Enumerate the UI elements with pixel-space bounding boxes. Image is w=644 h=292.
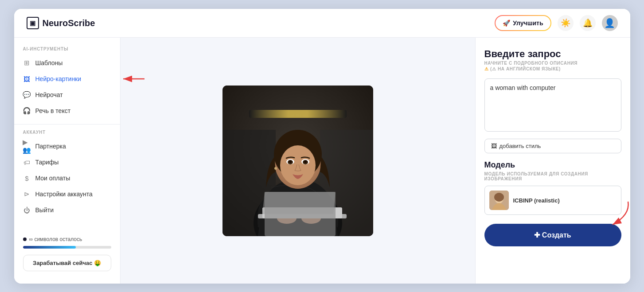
progress-bar-fill (23, 246, 76, 249)
theme-button[interactable]: ☀️ (558, 15, 574, 31)
model-section: Модель МОДЕЛЬ ИСПОЛЬЗУЕМАЯ ДЛЯ СОЗДАНИЯ … (484, 160, 621, 215)
sidebar-item-payments[interactable]: $ Мои оплаты (14, 170, 120, 186)
symbols-text: ∞ символов осталось (29, 236, 82, 242)
warning-icon: ⚠ (484, 66, 489, 71)
progress-bar (23, 246, 111, 249)
sidebar-item-neuro-chat[interactable]: 💬 Нейрочат (14, 87, 120, 103)
create-section: ✚ Создать (484, 224, 621, 246)
svg-point-25 (494, 193, 504, 202)
svg-point-17 (274, 167, 277, 170)
sidebar-item-label: Мои оплаты (35, 175, 70, 182)
sidebar-item-speech[interactable]: 🎧 Речь в текст (14, 103, 120, 119)
sidebar-item-partner[interactable]: ▶ 👥 Партнерка (14, 138, 120, 154)
sidebar-item-label: Речь в текст (35, 107, 71, 114)
sidebar-item-logout[interactable]: ⏻ Выйти (14, 202, 120, 218)
subtitle-text: НАЧНИТЕ С ПОДРОБНОГО ОПИСАНИЯ (484, 61, 578, 66)
tag-icon: 🏷 (23, 158, 31, 166)
upgrade-label: Улучшить (513, 19, 543, 27)
sidebar-item-label: Выйти (35, 206, 54, 214)
chat-icon: 💬 (23, 91, 31, 99)
sidebar-item-neuro-images[interactable]: 🖼 Нейро-картинки (14, 71, 120, 87)
arrow-annotation-1 (121, 72, 146, 86)
add-style-button[interactable]: 🖼 добавить стиль (484, 139, 621, 153)
subtitle2-text: (⚠ НА АНГЛИЙСКОМ ЯЗЫКЕ) (490, 66, 561, 71)
model-thumbnail (489, 191, 509, 210)
bell-icon: 🔔 (583, 18, 593, 28)
create-label: ✚ Создать (534, 231, 571, 239)
upgrade-button[interactable]: 🚀 Улучшить (495, 15, 551, 31)
headphones-icon: 🎧 (23, 107, 31, 115)
sidebar-item-label: Партнерка (35, 143, 66, 150)
earn-button[interactable]: Зарабатывай сейчас 🤑 (23, 255, 111, 271)
prompt-section: Введите запрос НАЧНИТЕ С ПОДРОБНОГО ОПИС… (484, 48, 621, 71)
sidebar-divider (14, 124, 120, 125)
model-title: Модель (484, 160, 621, 170)
earn-label: Зарабатывай сейчас 🤑 (33, 260, 101, 266)
panel-title: Введите запрос (484, 48, 621, 60)
sidebar-bottom: ∞ символов осталось Зарабатывай сейчас 🤑 (14, 229, 120, 275)
right-panel: Введите запрос НАЧНИТЕ С ПОДРОБНОГО ОПИС… (475, 38, 630, 284)
svg-point-13 (289, 160, 292, 163)
sidebar-item-label: Нейро-картинки (35, 75, 82, 82)
sun-icon: ☀️ (561, 18, 570, 28)
sidebar-item-label: Настройки аккаунта (35, 191, 93, 198)
main-layout: AI-ИНСТРУМЕНТЫ ⊞ Шаблоны 🖼 Нейро-картинк… (14, 38, 630, 284)
sidebar: AI-ИНСТРУМЕНТЫ ⊞ Шаблоны 🖼 Нейро-картинк… (14, 38, 121, 284)
logo-text: NeuroScribe (43, 18, 95, 28)
avatar[interactable]: 👤 (602, 15, 618, 31)
image-icon: 🖼 (23, 75, 31, 83)
svg-point-10 (280, 145, 316, 185)
rocket-icon: 🚀 (503, 19, 510, 27)
account-section-label: АККАУНТ (14, 130, 120, 138)
model-card[interactable]: ICBINP (realistic) (484, 186, 621, 215)
prompt-textarea[interactable]: a woman with computer (484, 78, 621, 132)
content-area (121, 38, 475, 284)
layers-icon: ⊞ (23, 59, 31, 67)
partner-icon: ▶ 👥 (23, 142, 31, 150)
model-subtitle: МОДЕЛЬ ИСПОЛЬЗУЕМАЯ ДЛЯ СОЗДАНИЯ ИЗОБРАЖ… (484, 171, 621, 181)
style-icon: 🖼 (491, 143, 497, 149)
dollar-icon: $ (23, 174, 31, 182)
svg-point-16 (304, 160, 307, 163)
panel-subtitle: НАЧНИТЕ С ПОДРОБНОГО ОПИСАНИЯ (484, 61, 621, 66)
logo: ▣ NeuroScribe (27, 17, 95, 29)
model-thumb-svg (489, 191, 509, 210)
ai-image-svg (222, 86, 373, 236)
svg-rect-3 (249, 110, 347, 118)
logo-icon: ▣ (27, 17, 39, 29)
model-name: ICBINP (realistic) (513, 197, 560, 204)
sidebar-item-label: Тарифы (35, 159, 59, 166)
sidebar-item-label: Шаблоны (35, 59, 63, 66)
dot-icon (23, 237, 27, 241)
ai-tools-section-label: AI-ИНСТРУМЕНТЫ (14, 47, 120, 55)
notification-button[interactable]: 🔔 (580, 15, 596, 31)
avatar-icon: 👤 (604, 18, 615, 28)
header-right: 🚀 Улучшить ☀️ 🔔 👤 (495, 15, 617, 31)
logout-icon: ⏻ (23, 206, 31, 214)
sidebar-item-account-settings[interactable]: ⊳ Настройки аккаунта (14, 186, 120, 202)
sidebar-item-tariffs[interactable]: 🏷 Тарифы (14, 154, 120, 170)
sidebar-item-templates[interactable]: ⊞ Шаблоны (14, 55, 120, 71)
header: ▣ NeuroScribe 🚀 Улучшить ☀️ 🔔 👤 (14, 9, 630, 38)
add-style-label: добавить стиль (500, 143, 541, 149)
settings-icon: ⊳ (23, 190, 31, 198)
create-button[interactable]: ✚ Создать (484, 224, 621, 246)
app-container: ▣ NeuroScribe 🚀 Улучшить ☀️ 🔔 👤 AI-ИНС (14, 9, 630, 284)
generated-image (222, 86, 373, 236)
sidebar-item-label: Нейрочат (35, 91, 63, 98)
panel-subtitle2: ⚠ (⚠ НА АНГЛИЙСКОМ ЯЗЫКЕ) (484, 66, 621, 71)
symbols-remaining: ∞ символов осталось (23, 236, 111, 242)
